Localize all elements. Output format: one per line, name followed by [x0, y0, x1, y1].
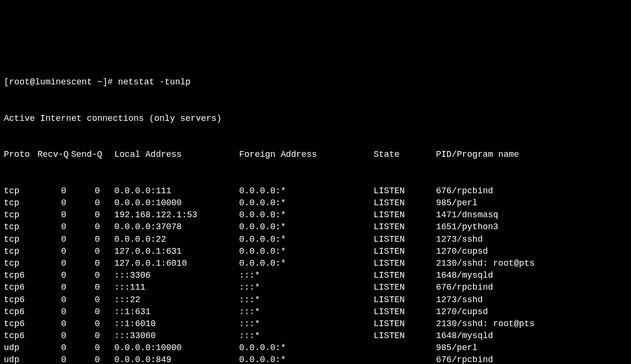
cell-foreign-address: 0.0.0.0:* — [239, 354, 374, 364]
cell-pid-program: 1270/cupsd — [436, 306, 631, 318]
table-row: tcp000.0.0.0:100000.0.0.0:*LISTEN985/per… — [4, 197, 631, 209]
header-recvq: Recv-Q — [37, 149, 71, 161]
cell-recvq: 0 — [37, 221, 71, 233]
cell-foreign-address: 0.0.0.0:* — [239, 258, 374, 270]
cell-local-address: :::111 — [105, 282, 239, 294]
cell-state — [374, 354, 436, 364]
cell-state: LISTEN — [374, 270, 436, 282]
cell-local-address: 0.0.0.0:111 — [105, 185, 239, 197]
cell-local-address: 127.0.0.1:6010 — [105, 258, 239, 270]
table-row: tcp00127.0.0.1:60100.0.0.0:*LISTEN2130/s… — [4, 258, 631, 270]
cell-proto: tcp6 — [4, 306, 37, 318]
table-header-row: ProtoRecv-QSend-QLocal AddressForeign Ad… — [4, 149, 631, 161]
cell-sendq: 0 — [71, 282, 105, 294]
table-row: tcp000.0.0.0:1110.0.0.0:*LISTEN676/rpcbi… — [4, 185, 631, 197]
cell-proto: tcp — [4, 185, 37, 197]
table-row: tcp600:::111:::*LISTEN676/rpcbind — [4, 282, 631, 294]
cell-proto: tcp6 — [4, 282, 37, 294]
table-row: tcp00192.168.122.1:530.0.0.0:*LISTEN1471… — [4, 209, 631, 221]
cell-local-address: 0.0.0.0:10000 — [105, 197, 239, 209]
cell-proto: tcp6 — [4, 318, 37, 330]
cell-local-address: 192.168.122.1:53 — [105, 209, 239, 221]
cell-state: LISTEN — [374, 221, 436, 233]
terminal-window[interactable]: [root@luminescent ~]# netstat -tunlp Act… — [4, 52, 631, 364]
cell-state: LISTEN — [374, 185, 436, 197]
cell-pid-program: 1273/sshd — [436, 234, 631, 246]
cell-recvq: 0 — [37, 342, 71, 354]
cell-recvq: 0 — [37, 282, 71, 294]
header-local: Local Address — [105, 149, 239, 161]
cell-foreign-address: 0.0.0.0:* — [239, 234, 374, 246]
cell-pid-program: 2130/sshd: root@pts — [436, 258, 631, 270]
cell-pid-program: 1648/mysqld — [436, 270, 631, 282]
cell-state: LISTEN — [374, 246, 436, 258]
table-row: tcp600::1:6010:::*LISTEN2130/sshd: root@… — [4, 318, 631, 330]
cell-recvq: 0 — [37, 246, 71, 258]
header-foreign: Foreign Address — [239, 149, 374, 161]
cell-state: LISTEN — [374, 197, 436, 209]
cell-proto: tcp — [4, 221, 37, 233]
cell-proto: tcp — [4, 258, 37, 270]
cell-foreign-address: :::* — [239, 306, 374, 318]
cell-local-address: 0.0.0.0:22 — [105, 234, 239, 246]
cell-foreign-address: :::* — [239, 294, 374, 306]
cell-local-address: :::22 — [105, 294, 239, 306]
prompt-line: [root@luminescent ~]# netstat -tunlp — [4, 76, 631, 88]
cell-recvq: 0 — [37, 258, 71, 270]
cell-foreign-address: 0.0.0.0:* — [239, 185, 374, 197]
cell-recvq: 0 — [37, 209, 71, 221]
cell-foreign-address: :::* — [239, 330, 374, 342]
cell-recvq: 0 — [37, 270, 71, 282]
cell-state: LISTEN — [374, 318, 436, 330]
cell-foreign-address: 0.0.0.0:* — [239, 342, 374, 354]
cell-sendq: 0 — [71, 330, 105, 342]
cell-proto: udp — [4, 342, 37, 354]
table-row: tcp600::1:631:::*LISTEN1270/cupsd — [4, 306, 631, 318]
cell-foreign-address: :::* — [239, 282, 374, 294]
cell-pid-program: 676/rpcbind — [436, 282, 631, 294]
cell-foreign-address: 0.0.0.0:* — [239, 197, 374, 209]
table-body: tcp000.0.0.0:1110.0.0.0:*LISTEN676/rpcbi… — [4, 185, 631, 364]
cell-local-address: :::33060 — [105, 330, 239, 342]
cell-proto: tcp6 — [4, 294, 37, 306]
cell-pid-program: 1651/python3 — [436, 221, 631, 233]
cell-sendq: 0 — [71, 209, 105, 221]
cell-local-address: :::3306 — [105, 270, 239, 282]
cell-sendq: 0 — [71, 342, 105, 354]
cell-foreign-address: 0.0.0.0:* — [239, 246, 374, 258]
cell-recvq: 0 — [37, 318, 71, 330]
cell-local-address: ::1:6010 — [105, 318, 239, 330]
cell-pid-program: 1648/mysqld — [436, 330, 631, 342]
cell-proto: udp — [4, 354, 37, 364]
cell-pid-program: 1273/sshd — [436, 294, 631, 306]
cell-sendq: 0 — [71, 185, 105, 197]
cell-sendq: 0 — [71, 197, 105, 209]
command-text: netstat -tunlp — [118, 76, 191, 88]
cell-recvq: 0 — [37, 197, 71, 209]
table-row: tcp600:::33060:::*LISTEN1648/mysqld — [4, 330, 631, 342]
cell-pid-program: 676/rpcbind — [436, 354, 631, 364]
cell-local-address: 0.0.0.0:849 — [105, 354, 239, 364]
cell-proto: tcp — [4, 234, 37, 246]
header-state: State — [374, 149, 436, 161]
cell-proto: tcp — [4, 209, 37, 221]
cell-local-address: ::1:631 — [105, 306, 239, 318]
cell-pid-program: 2130/sshd: root@pts — [436, 318, 631, 330]
cell-sendq: 0 — [71, 306, 105, 318]
cell-proto: tcp6 — [4, 270, 37, 282]
cell-sendq: 0 — [71, 354, 105, 364]
cell-local-address: 127.0.0.1:631 — [105, 246, 239, 258]
cell-sendq: 0 — [71, 221, 105, 233]
cell-proto: tcp — [4, 246, 37, 258]
cell-local-address: 0.0.0.0:10000 — [105, 342, 239, 354]
cell-foreign-address: :::* — [239, 270, 374, 282]
cell-state: LISTEN — [374, 306, 436, 318]
table-row: tcp600:::22:::*LISTEN1273/sshd — [4, 294, 631, 306]
shell-prompt: [root@luminescent ~]# — [4, 76, 118, 88]
cell-sendq: 0 — [71, 234, 105, 246]
table-row: tcp000.0.0.0:370780.0.0.0:*LISTEN1651/py… — [4, 221, 631, 233]
cell-pid-program: 985/perl — [436, 197, 631, 209]
table-row: tcp600:::3306:::*LISTEN1648/mysqld — [4, 270, 631, 282]
header-sendq: Send-Q — [71, 149, 105, 161]
cell-state: LISTEN — [374, 330, 436, 342]
